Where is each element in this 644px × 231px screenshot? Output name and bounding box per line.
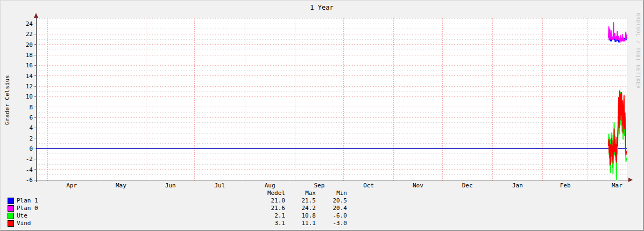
legend-row-plan-1: Plan 1 21.0 21.5 20.5 [1,197,643,205]
svg-text:4: 4 [29,124,33,131]
stat-min: -3.0 [303,220,347,227]
svg-text:Dec: Dec [462,182,473,189]
svg-text:Sep: Sep [314,182,325,189]
svg-text:Jul: Jul [214,182,225,189]
svg-text:6: 6 [29,114,33,121]
legend-label: Plan 0 [17,205,38,212]
svg-text:Nov: Nov [413,182,423,189]
legend-swatch-plan-1 [8,198,14,204]
svg-text:18: 18 [26,52,33,59]
legend-swatch-plan-0 [8,205,14,212]
stat-min: 20.5 [303,197,347,205]
legend-row-vind: Vind 3.1 11.1 -3.0 [1,220,643,227]
svg-text:Mar: Mar [612,182,622,189]
svg-text:0: 0 [29,145,33,152]
legend-label: Vind [17,220,31,227]
svg-text:16: 16 [26,62,33,69]
svg-text:10: 10 [26,93,33,100]
svg-text:Jan: Jan [512,182,523,189]
svg-text:Aug: Aug [265,182,275,189]
rrdtool-graph: 1 Year Grader Celsius -6-4-2024681012141… [0,0,644,231]
svg-text:22: 22 [26,31,33,38]
svg-text:May: May [116,182,126,189]
svg-text:20: 20 [26,41,33,48]
svg-text:-2: -2 [26,156,33,163]
svg-text:12: 12 [26,83,33,90]
legend-row-plan-0: Plan 0 21.6 24.2 20.4 [1,205,643,212]
stats-col-min: Min [303,190,347,197]
svg-text:14: 14 [26,73,33,80]
legend-label: Ute [17,212,27,220]
svg-text:2: 2 [29,135,33,142]
svg-text:24: 24 [26,20,33,27]
stat-min: 20.4 [303,205,347,212]
svg-text:-6: -6 [26,177,33,184]
stat-min: -6.0 [303,212,347,220]
svg-text:Feb: Feb [560,182,571,189]
svg-text:Oct: Oct [363,182,374,189]
svg-text:-4: -4 [26,166,33,173]
stats-header-row: Medel Max Min [1,190,643,197]
svg-text:Apr: Apr [66,182,77,189]
legend-row-ute: Ute 2.1 10.8 -6.0 [1,212,643,220]
svg-text:Jun: Jun [165,182,176,189]
svg-text:8: 8 [29,104,33,111]
legend-label: Plan 1 [17,197,38,205]
rrdtool-watermark: RRDTOOL / TOBI OETIKER [635,13,641,89]
legend-swatch-vind [8,220,14,227]
legend-swatch-ute [8,213,14,219]
